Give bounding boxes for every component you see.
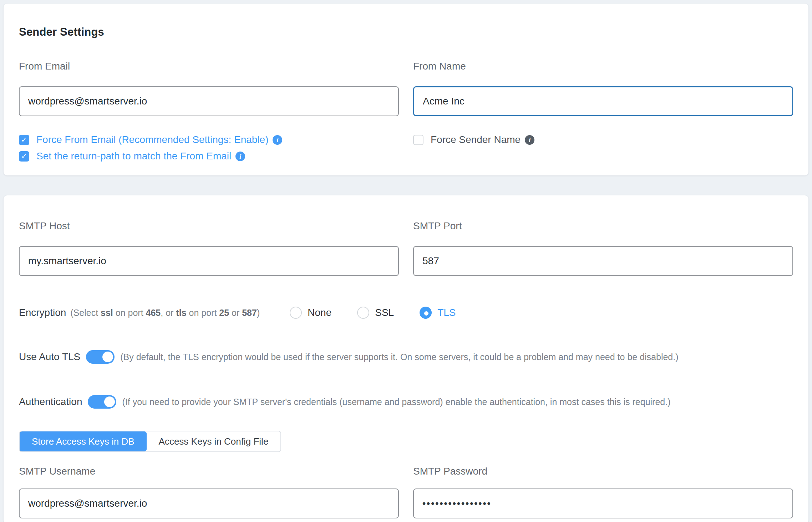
- smtp-username-group: SMTP Username: [19, 466, 399, 518]
- tab-store-keys-in-db[interactable]: Store Access Keys in DB: [20, 431, 147, 451]
- smtp-username-input[interactable]: [19, 488, 399, 518]
- smtp-password-label: SMTP Password: [413, 466, 793, 477]
- force-sender-name-checkbox-row[interactable]: ✓ Force Sender Name i: [413, 134, 793, 145]
- tab-keys-in-config-file[interactable]: Access Keys in Config File: [147, 431, 281, 451]
- toggle-knob-icon: [102, 352, 113, 362]
- smtp-password-input[interactable]: [413, 488, 793, 518]
- auto-tls-label: Use Auto TLS: [19, 351, 80, 363]
- authentication-row: Authentication (If you need to provide y…: [19, 395, 793, 409]
- from-email-label: From Email: [19, 61, 399, 72]
- from-name-input[interactable]: [413, 86, 793, 116]
- info-icon[interactable]: i: [273, 135, 282, 145]
- encryption-hint: (Select ssl on port 465, or tls on port …: [70, 308, 260, 318]
- smtp-host-group: SMTP Host: [19, 220, 399, 276]
- checkbox-unchecked-icon[interactable]: ✓: [413, 135, 423, 145]
- smtp-port-label: SMTP Port: [413, 220, 793, 232]
- smtp-username-label: SMTP Username: [19, 466, 399, 477]
- smtp-password-group: SMTP Password: [413, 466, 793, 518]
- info-icon[interactable]: i: [235, 152, 245, 161]
- check-icon: ✓: [21, 153, 27, 160]
- auto-tls-toggle[interactable]: [86, 350, 115, 364]
- force-sender-name-label: Force Sender Name: [431, 134, 521, 145]
- force-from-email-label: Force From Email (Recommended Settings: …: [36, 134, 268, 145]
- check-icon: ✓: [21, 136, 27, 143]
- force-from-email-checkbox-row[interactable]: ✓ Force From Email (Recommended Settings…: [19, 134, 399, 145]
- authentication-label: Authentication: [19, 396, 82, 408]
- from-name-group: From Name: [413, 61, 793, 116]
- encryption-radio-none[interactable]: None: [290, 307, 331, 319]
- return-path-label: Set the return-path to match the From Em…: [36, 150, 231, 162]
- encryption-label: Encryption: [19, 307, 66, 318]
- settings-page: Sender Settings From Email From Name ✓ F…: [0, 0, 812, 522]
- encryption-row: Encryption (Select ssl on port 465, or t…: [19, 307, 793, 319]
- smtp-host-label: SMTP Host: [19, 220, 399, 232]
- sender-settings-title: Sender Settings: [19, 26, 793, 39]
- return-path-checkbox-row[interactable]: ✓ Set the return-path to match the From …: [19, 150, 399, 162]
- auto-tls-description: (By default, the TLS encryption would be…: [120, 352, 678, 362]
- smtp-settings-card: SMTP Host SMTP Port Encryption (Select s…: [4, 195, 808, 522]
- radio-selected-icon: [420, 307, 432, 319]
- toggle-knob-icon: [104, 396, 115, 407]
- radio-icon: [290, 307, 302, 319]
- smtp-host-input[interactable]: [19, 246, 399, 276]
- smtp-port-group: SMTP Port: [413, 220, 793, 276]
- smtp-port-input[interactable]: [413, 246, 793, 276]
- authentication-description: (If you need to provide your SMTP server…: [122, 397, 670, 407]
- info-icon[interactable]: i: [525, 135, 534, 145]
- encryption-radio-tls[interactable]: TLS: [420, 307, 456, 319]
- auto-tls-row: Use Auto TLS (By default, the TLS encryp…: [19, 350, 793, 364]
- authentication-toggle[interactable]: [88, 395, 116, 409]
- from-name-label: From Name: [413, 61, 793, 72]
- key-storage-tabs: Store Access Keys in DB Access Keys in C…: [19, 431, 281, 452]
- checkbox-checked-icon[interactable]: ✓: [19, 135, 29, 145]
- from-name-options: ✓ Force Sender Name i: [413, 134, 793, 162]
- from-email-input[interactable]: [19, 86, 399, 116]
- sender-settings-card: Sender Settings From Email From Name ✓ F…: [4, 4, 808, 175]
- radio-icon: [357, 307, 369, 319]
- from-email-group: From Email: [19, 61, 399, 116]
- encryption-radio-ssl[interactable]: SSL: [357, 307, 394, 319]
- checkbox-checked-icon[interactable]: ✓: [19, 151, 29, 162]
- from-email-options: ✓ Force From Email (Recommended Settings…: [19, 134, 399, 162]
